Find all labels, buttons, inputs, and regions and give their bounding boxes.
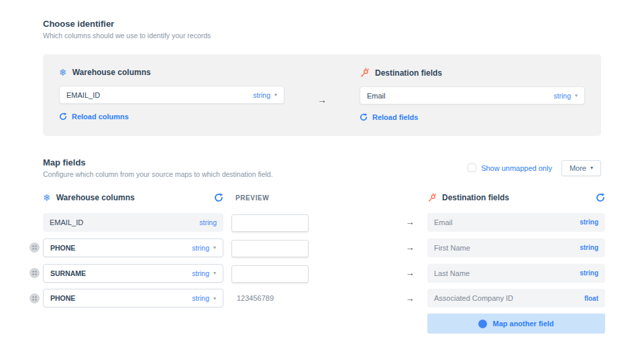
chevron-down-icon: ▾ bbox=[213, 295, 216, 301]
reload-fields-button[interactable]: Reload fields bbox=[360, 113, 585, 121]
refresh-fields-icon[interactable] bbox=[596, 193, 605, 202]
map-another-field-button[interactable]: Map another field bbox=[427, 314, 605, 334]
preview-value-box bbox=[231, 265, 309, 283]
drag-handle[interactable] bbox=[30, 293, 40, 303]
destination-field-last-name[interactable]: Last Name string bbox=[427, 264, 605, 283]
destination-field-label: Associated Company ID bbox=[434, 294, 513, 302]
identifier-warehouse-column: ❄ Warehouse columns EMAIL_ID string ▾ Re… bbox=[59, 68, 284, 121]
map-fields-section-header: Map fields Configure which column from y… bbox=[43, 157, 601, 178]
preview-value-box bbox=[231, 214, 309, 232]
preview-column-header: PREVIEW bbox=[231, 194, 309, 202]
destination-field-associated-company-id[interactable]: Associated Company ID float bbox=[427, 289, 605, 307]
add-circle-icon bbox=[478, 320, 487, 328]
identifier-destination-value: Email bbox=[367, 92, 386, 100]
preview-value-box bbox=[231, 240, 309, 257]
choose-identifier-section: Choose identifier Which columns should w… bbox=[43, 19, 601, 40]
mapping-table: ❄ Warehouse columns PREVIEW bbox=[30, 193, 605, 334]
refresh-icon bbox=[59, 113, 67, 121]
source-field-label: PHONE bbox=[50, 244, 75, 252]
more-button-label: More bbox=[570, 164, 586, 172]
identifier-warehouse-type: string bbox=[253, 91, 270, 99]
source-field-type: string bbox=[192, 244, 209, 252]
source-field-phone-2[interactable]: PHONE string ▾ bbox=[43, 289, 223, 307]
arrow-right-icon: → bbox=[402, 268, 418, 278]
preview-value-text: 123456789 bbox=[231, 294, 309, 302]
source-field-phone[interactable]: PHONE string ▾ bbox=[43, 238, 223, 257]
chevron-down-icon: ▾ bbox=[274, 92, 277, 98]
reload-fields-label: Reload fields bbox=[372, 113, 418, 121]
arrow-right-icon: → bbox=[402, 243, 418, 253]
source-field-surname[interactable]: SURNAME string ▾ bbox=[43, 264, 223, 283]
map-fields-subtitle: Configure which column from your source … bbox=[43, 170, 273, 178]
source-field-type: string bbox=[192, 269, 209, 277]
reload-columns-button[interactable]: Reload columns bbox=[59, 113, 284, 121]
drag-handle[interactable] bbox=[30, 268, 40, 278]
identifier-arrow-cell: → bbox=[284, 68, 360, 105]
map-fields-title: Map fields bbox=[43, 157, 273, 167]
arrow-right-icon: → bbox=[317, 94, 327, 105]
warehouse-columns-header: ❄ Warehouse columns bbox=[59, 68, 284, 77]
destination-field-type: float bbox=[584, 295, 598, 302]
choose-identifier-title: Choose identifier bbox=[43, 19, 601, 29]
drag-handle[interactable] bbox=[30, 243, 40, 253]
identifier-warehouse-value: EMAIL_ID bbox=[66, 91, 100, 99]
source-field-label: EMAIL_ID bbox=[50, 218, 83, 226]
destination-field-label: Email bbox=[434, 218, 453, 226]
reload-columns-label: Reload columns bbox=[72, 113, 129, 121]
more-button[interactable]: More ▾ bbox=[561, 160, 601, 176]
destination-fields-label: Destination fields bbox=[375, 68, 442, 78]
chevron-down-icon: ▾ bbox=[575, 92, 578, 98]
source-field-label: SURNAME bbox=[50, 269, 86, 277]
identifier-warehouse-select[interactable]: EMAIL_ID string ▾ bbox=[59, 86, 284, 104]
source-field-type: string bbox=[199, 218, 217, 226]
chevron-down-icon: ▾ bbox=[213, 270, 216, 276]
snowflake-icon: ❄ bbox=[43, 193, 51, 202]
hubspot-sprocket-icon bbox=[360, 68, 370, 78]
hubspot-sprocket-icon bbox=[427, 193, 437, 202]
snowflake-icon: ❄ bbox=[59, 68, 67, 77]
source-field-label: PHONE bbox=[50, 294, 75, 302]
destination-field-email[interactable]: Email string bbox=[427, 213, 605, 232]
destination-field-first-name[interactable]: First Name string bbox=[427, 238, 605, 257]
show-unmapped-checkbox[interactable] bbox=[468, 163, 476, 172]
warehouse-columns-table-header: ❄ Warehouse columns bbox=[43, 193, 223, 202]
map-another-field-row: Map another field bbox=[30, 314, 605, 334]
source-field-email-id: EMAIL_ID string bbox=[43, 213, 223, 232]
mapping-row: SURNAME string ▾ → Last Name string bbox=[30, 263, 605, 283]
warehouse-columns-label: Warehouse columns bbox=[72, 68, 151, 77]
source-field-type: string bbox=[192, 294, 209, 302]
destination-fields-header: Destination fields bbox=[360, 68, 585, 78]
mapping-row: EMAIL_ID string → Email string bbox=[30, 212, 605, 232]
destination-field-label: First Name bbox=[434, 244, 470, 252]
warehouse-columns-header-label: Warehouse columns bbox=[56, 193, 135, 202]
refresh-columns-icon[interactable] bbox=[214, 193, 223, 202]
mapping-row: PHONE string ▾ 123456789 → Associated Co… bbox=[30, 289, 605, 307]
arrow-right-icon: → bbox=[402, 293, 418, 303]
chevron-down-icon: ▾ bbox=[213, 245, 216, 251]
refresh-icon bbox=[360, 113, 368, 121]
show-unmapped-label: Show unmapped only bbox=[481, 164, 552, 172]
choose-identifier-subtitle: Which columns should we use to identify … bbox=[43, 31, 601, 40]
show-unmapped-toggle[interactable]: Show unmapped only bbox=[468, 163, 552, 172]
map-another-field-label: Map another field bbox=[492, 320, 553, 328]
destination-field-type: string bbox=[580, 269, 598, 277]
destination-field-label: Last Name bbox=[434, 269, 470, 277]
map-fields-controls: Show unmapped only More ▾ bbox=[468, 160, 601, 176]
identifier-destination-column: Destination fields Email string ▾ Reload… bbox=[360, 68, 585, 121]
destination-fields-table-header: Destination fields bbox=[427, 193, 605, 202]
map-fields-titles: Map fields Configure which column from y… bbox=[43, 157, 273, 178]
identifier-panel: ❄ Warehouse columns EMAIL_ID string ▾ Re… bbox=[43, 54, 601, 136]
mapping-row: PHONE string ▾ → First Name string bbox=[30, 238, 605, 257]
mapping-table-header: ❄ Warehouse columns PREVIEW bbox=[30, 193, 605, 202]
identifier-destination-type: string bbox=[553, 92, 571, 100]
destination-field-type: string bbox=[580, 218, 598, 226]
identifier-destination-select[interactable]: Email string ▾ bbox=[360, 86, 585, 105]
arrow-right-icon: → bbox=[402, 217, 418, 227]
chevron-down-icon: ▾ bbox=[590, 165, 593, 171]
destination-field-type: string bbox=[580, 244, 598, 251]
destination-fields-header-label: Destination fields bbox=[442, 193, 509, 202]
field-mapping-page: Choose identifier Which columns should w… bbox=[0, 0, 644, 334]
